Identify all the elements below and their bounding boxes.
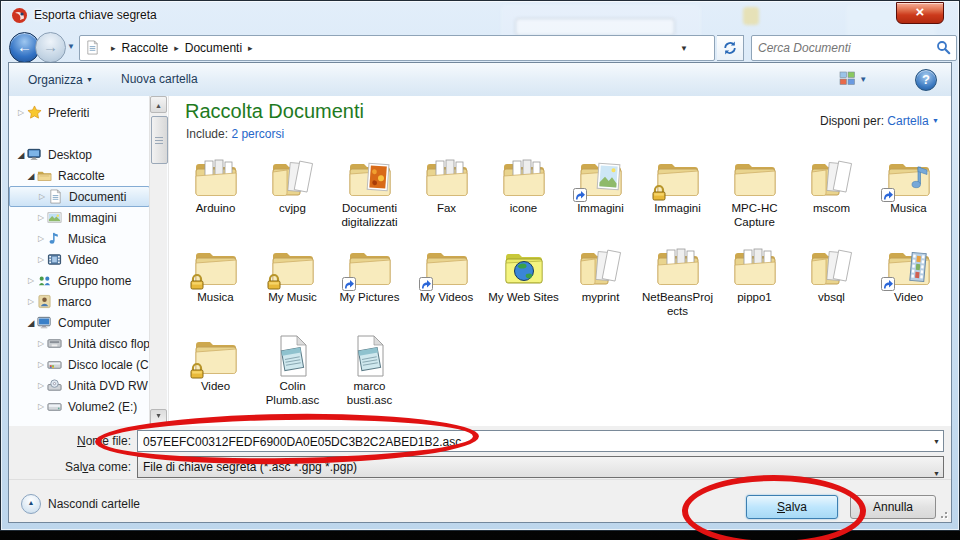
chevron-down-icon: ▼ (859, 75, 867, 84)
collapse-icon[interactable]: ◢ (25, 318, 37, 328)
expand-icon[interactable]: ▷ (35, 381, 47, 390)
libraries-icon (37, 168, 53, 184)
item-documenti-digitalizzati[interactable]: Documenti digitalizzati (331, 151, 408, 240)
expand-icon[interactable]: ▷ (25, 276, 37, 285)
item-label: mscom (793, 201, 870, 215)
help-button[interactable]: ? (915, 69, 937, 91)
thunderbird-app-icon (11, 7, 28, 24)
item-fax[interactable]: Fax (408, 151, 485, 240)
item-my-videos[interactable]: My Videos (408, 240, 485, 329)
sidebar-item-label: Desktop (48, 148, 92, 162)
item-musica[interactable]: Musica (177, 240, 254, 329)
sidebar-item-musica[interactable]: ▷Musica (9, 228, 150, 249)
sidebar-item-desktop[interactable]: ◢Desktop (9, 144, 150, 165)
item-icone[interactable]: icone (485, 151, 562, 240)
library-title: Raccolta Documenti (185, 100, 364, 123)
item-video[interactable]: Video (870, 240, 947, 329)
sidebar-item-immagini[interactable]: ▷Immagini (9, 207, 150, 228)
item-pippo1[interactable]: pippo1 (716, 240, 793, 329)
pictures-icon (47, 210, 63, 226)
video-icon (47, 252, 63, 268)
sidebar-item-marco[interactable]: ▷marco (9, 291, 150, 312)
item-marco-busti-asc[interactable]: marco busti.asc (331, 329, 408, 418)
breadcrumb[interactable]: ▸ Raccolte ▸ Documenti ▸ ▼ (79, 35, 715, 61)
recent-pages-dropdown[interactable]: ▼ (67, 42, 75, 51)
expand-icon[interactable]: ▷ (15, 108, 27, 117)
item-label: Arduino (177, 201, 254, 215)
item-netbeansprojects[interactable]: NetBeansProjects (639, 240, 716, 329)
arrange-by-control[interactable]: Disponi per: Cartella ▼ (820, 114, 939, 128)
search-icon[interactable] (936, 40, 951, 55)
back-arrow-icon: ← (17, 38, 32, 55)
forward-button[interactable]: → (35, 32, 66, 63)
expand-icon[interactable]: ▷ (36, 192, 48, 201)
include-locations-link[interactable]: 2 percorsi (231, 127, 284, 141)
item-vbsql[interactable]: vbsql (793, 240, 870, 329)
address-dropdown-button[interactable]: ▼ (680, 44, 688, 53)
scrollbar-thumb[interactable] (151, 116, 168, 164)
expand-icon[interactable]: ▷ (35, 339, 47, 348)
user-icon (37, 294, 53, 310)
sidebar-item-raccolte[interactable]: ◢Raccolte (9, 165, 150, 186)
scroll-up-button[interactable]: ▲ (150, 96, 167, 113)
arrange-value[interactable]: Cartella (887, 114, 928, 128)
sidebar-item-volume2-e[interactable]: ▷Volume2 (E:) (9, 396, 150, 417)
sidebar-item-computer[interactable]: ◢Computer (9, 312, 150, 333)
expand-icon[interactable]: ▷ (35, 255, 47, 264)
sidebar-item-disco-locale-c[interactable]: ▷Disco locale (C: (9, 354, 150, 375)
collapse-icon[interactable]: ◢ (15, 150, 27, 160)
expand-icon[interactable]: ▷ (35, 402, 47, 411)
item-my-music[interactable]: My Music (254, 240, 331, 329)
breadcrumb-item-raccolte[interactable]: Raccolte (122, 41, 169, 55)
title-bar[interactable]: Esporta chiave segreta × (1, 1, 959, 31)
folder-docs-icon (731, 245, 779, 289)
sidebar-item-video[interactable]: ▷Video (9, 249, 150, 270)
sidebar-item-preferiti[interactable]: ▷Preferiti (9, 102, 150, 123)
include-label: Include: (186, 127, 228, 141)
expand-icon[interactable]: ▷ (35, 360, 47, 369)
expand-icon[interactable]: ▷ (35, 213, 47, 222)
item-myprint[interactable]: myprint (562, 240, 639, 329)
resize-grip[interactable] (937, 508, 947, 518)
forward-arrow-icon: → (43, 38, 58, 55)
sidebar-item-gruppo-home[interactable]: ▷Gruppo home (9, 270, 150, 291)
item-musica[interactable]: Musica (870, 151, 947, 240)
expand-icon[interactable]: ▷ (25, 297, 37, 306)
dvd-icon (47, 378, 63, 394)
sidebar-item-label: marco (58, 295, 91, 309)
breadcrumb-arrow-icon: ▸ (242, 43, 259, 53)
item-cvjpg[interactable]: cvjpg (254, 151, 331, 240)
item-mscom[interactable]: mscom (793, 151, 870, 240)
close-button[interactable]: × (896, 2, 944, 24)
organize-button[interactable]: Organizza ▼ (21, 70, 100, 89)
item-my-pictures[interactable]: My Pictures (331, 240, 408, 329)
collapse-icon[interactable]: ◢ (25, 171, 37, 181)
item-mpc-hc-capture[interactable]: MPC-HC Capture (716, 151, 793, 240)
item-label: Musica (177, 290, 254, 304)
expand-icon[interactable]: ▷ (35, 234, 47, 243)
change-view-button[interactable]: ▼ (833, 70, 873, 90)
item-colin-plumb-asc[interactable]: Colin Plumb.asc (254, 329, 331, 418)
sidebar-item-documenti[interactable]: ▷Documenti (9, 186, 150, 207)
sidebar-scrollbar[interactable]: ▲ ▲ (149, 96, 167, 426)
folder-open-docs-icon (269, 156, 317, 200)
refresh-button[interactable] (717, 35, 744, 61)
sidebar-item-label: Volume2 (E:) (68, 400, 137, 414)
item-immagini[interactable]: Immagini (639, 151, 716, 240)
item-video[interactable]: Video (177, 329, 254, 418)
sidebar-item-label: Raccolte (58, 169, 105, 183)
sidebar-item-label: Gruppo home (58, 274, 131, 288)
filename-dropdown-icon[interactable]: ▼ (933, 438, 940, 445)
item-immagini[interactable]: Immagini (562, 151, 639, 240)
file-asc-icon (346, 334, 394, 378)
sidebar-item-unit-disco-flop[interactable]: ▷Unità disco flop (9, 333, 150, 354)
folder-plain-icon (423, 245, 471, 289)
item-my-web-sites[interactable]: My Web Sites (485, 240, 562, 329)
breadcrumb-item-documenti[interactable]: Documenti (185, 41, 242, 55)
search-input[interactable] (756, 38, 930, 58)
hide-folders-button[interactable]: ▲ Nascondi cartelle (21, 494, 140, 514)
lock-overlay-icon (188, 273, 206, 291)
item-arduino[interactable]: Arduino (177, 151, 254, 240)
new-folder-button[interactable]: Nuova cartella (114, 70, 205, 89)
sidebar-item-unit-dvd-rw[interactable]: ▷Unità DVD RW (9, 375, 150, 396)
